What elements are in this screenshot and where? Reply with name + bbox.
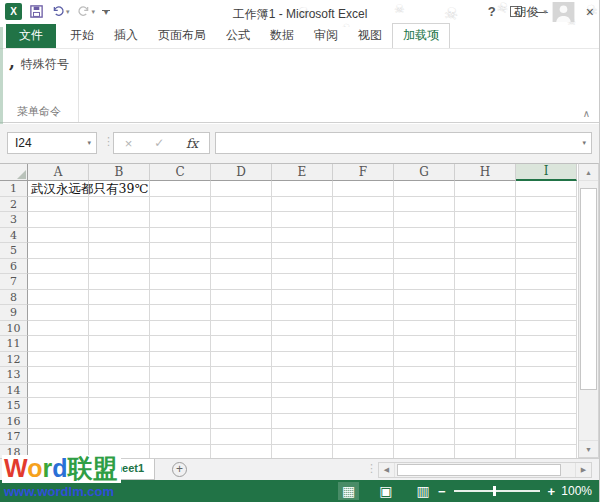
cell-I4[interactable] — [516, 228, 577, 244]
close-button[interactable]: × — [586, 6, 594, 18]
horizontal-scrollbar[interactable]: ◀ ▶ — [378, 462, 592, 478]
cell-B15[interactable] — [89, 398, 150, 414]
row-header-6[interactable]: 6 — [0, 259, 28, 275]
cell-B14[interactable] — [89, 383, 150, 399]
cell-E16[interactable] — [272, 414, 333, 430]
row-header-10[interactable]: 10 — [0, 321, 28, 337]
cell-E4[interactable] — [272, 228, 333, 244]
cell-C8[interactable] — [150, 290, 211, 306]
cell-D17[interactable] — [211, 429, 272, 445]
cell-G7[interactable] — [394, 274, 455, 290]
tab-addins[interactable]: 加载项 — [392, 23, 450, 49]
cell-C11[interactable] — [150, 336, 211, 352]
tab-view[interactable]: 视图 — [348, 24, 392, 48]
tab-page-layout[interactable]: 页面布局 — [148, 24, 216, 48]
cell-A2[interactable] — [28, 197, 89, 213]
cell-H9[interactable] — [455, 305, 516, 321]
scroll-left-icon[interactable]: ◀ — [379, 463, 395, 477]
cell-A13[interactable] — [28, 367, 89, 383]
cell-A17[interactable] — [28, 429, 89, 445]
cell-G11[interactable] — [394, 336, 455, 352]
zoom-out-icon[interactable]: − — [438, 484, 446, 499]
cell-G2[interactable] — [394, 197, 455, 213]
row-header-8[interactable]: 8 — [0, 290, 28, 306]
cell-D13[interactable] — [211, 367, 272, 383]
column-header-D[interactable]: D — [211, 164, 272, 181]
cell-F6[interactable] — [333, 259, 394, 275]
cell-E6[interactable] — [272, 259, 333, 275]
column-header-F[interactable]: F — [333, 164, 394, 181]
cell-G8[interactable] — [394, 290, 455, 306]
cell-C18[interactable] — [150, 445, 211, 459]
cell-I17[interactable] — [516, 429, 577, 445]
cell-E12[interactable] — [272, 352, 333, 368]
cell-B13[interactable] — [89, 367, 150, 383]
cell-G10[interactable] — [394, 321, 455, 337]
cell-I6[interactable] — [516, 259, 577, 275]
cell-C4[interactable] — [150, 228, 211, 244]
cell-H15[interactable] — [455, 398, 516, 414]
cell-B4[interactable] — [89, 228, 150, 244]
cell-F7[interactable] — [333, 274, 394, 290]
cell-E5[interactable] — [272, 243, 333, 259]
cell-C5[interactable] — [150, 243, 211, 259]
cell-I18[interactable] — [516, 445, 577, 459]
cell-I15[interactable] — [516, 398, 577, 414]
cell-H8[interactable] — [455, 290, 516, 306]
cell-C2[interactable] — [150, 197, 211, 213]
cell-H4[interactable] — [455, 228, 516, 244]
scroll-right-icon[interactable]: ▶ — [575, 463, 591, 477]
cell-F15[interactable] — [333, 398, 394, 414]
cell-E17[interactable] — [272, 429, 333, 445]
tab-insert[interactable]: 插入 — [104, 24, 148, 48]
row-header-3[interactable]: 3 — [0, 212, 28, 228]
cell-H10[interactable] — [455, 321, 516, 337]
cell-C7[interactable] — [150, 274, 211, 290]
zoom-level[interactable]: 100% — [561, 484, 592, 498]
user-account[interactable]: 胡俊 ▾ — [514, 2, 575, 22]
cell-F2[interactable] — [333, 197, 394, 213]
cell-B3[interactable] — [89, 212, 150, 228]
select-all-corner[interactable] — [0, 164, 28, 181]
row-header-9[interactable]: 9 — [0, 305, 28, 321]
column-header-C[interactable]: C — [150, 164, 211, 181]
cell-G4[interactable] — [394, 228, 455, 244]
new-sheet-button[interactable]: + — [172, 462, 187, 477]
column-header-H[interactable]: H — [455, 164, 516, 181]
cell-A9[interactable] — [28, 305, 89, 321]
row-header-7[interactable]: 7 — [0, 274, 28, 290]
row-header-11[interactable]: 11 — [0, 336, 28, 352]
cell-F16[interactable] — [333, 414, 394, 430]
cell-F9[interactable] — [333, 305, 394, 321]
cell-E13[interactable] — [272, 367, 333, 383]
cell-C17[interactable] — [150, 429, 211, 445]
cell-D18[interactable] — [211, 445, 272, 459]
formula-input[interactable]: ▾ — [215, 132, 592, 154]
cell-B16[interactable] — [89, 414, 150, 430]
cell-E18[interactable] — [272, 445, 333, 459]
row-header-5[interactable]: 5 — [0, 243, 28, 259]
sheet-bar-grip-icon[interactable]: ⋮ — [366, 462, 377, 475]
cell-C10[interactable] — [150, 321, 211, 337]
row-header-17[interactable]: 17 — [0, 429, 28, 445]
cell-B12[interactable] — [89, 352, 150, 368]
scroll-down-icon[interactable]: ▼ — [579, 440, 598, 457]
cell-D10[interactable] — [211, 321, 272, 337]
enter-icon[interactable]: ✓ — [154, 136, 164, 150]
cell-A14[interactable] — [28, 383, 89, 399]
cell-F14[interactable] — [333, 383, 394, 399]
cell-F8[interactable] — [333, 290, 394, 306]
page-layout-view-icon[interactable]: ▣ — [375, 482, 396, 500]
cell-A15[interactable] — [28, 398, 89, 414]
cell-F11[interactable] — [333, 336, 394, 352]
row-header-2[interactable]: 2 — [0, 197, 28, 213]
cell-I8[interactable] — [516, 290, 577, 306]
cell-H11[interactable] — [455, 336, 516, 352]
cell-I13[interactable] — [516, 367, 577, 383]
cell-G14[interactable] — [394, 383, 455, 399]
cell-G5[interactable] — [394, 243, 455, 259]
cell-B10[interactable] — [89, 321, 150, 337]
cell-H7[interactable] — [455, 274, 516, 290]
cell-A12[interactable] — [28, 352, 89, 368]
cell-E10[interactable] — [272, 321, 333, 337]
